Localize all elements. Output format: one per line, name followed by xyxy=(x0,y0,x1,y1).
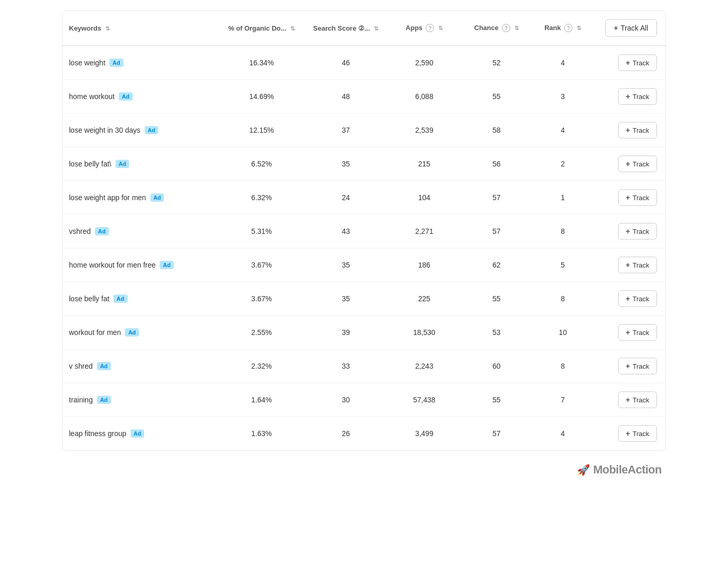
brand-name: MobileAction xyxy=(593,463,662,477)
col-header-organic[interactable]: % of Organic Do... ⇅ xyxy=(219,11,304,46)
col-header-rank[interactable]: Rank ? ⇅ xyxy=(533,11,593,46)
search-score-cell: 37 xyxy=(304,114,388,147)
keyword-text: training xyxy=(69,396,93,404)
search-score-cell: 39 xyxy=(304,316,388,350)
rank-info-icon[interactable]: ? xyxy=(564,24,572,32)
sort-icon-apps[interactable]: ⇅ xyxy=(438,25,443,32)
track-button[interactable]: +Track xyxy=(618,257,657,273)
keyword-text: workout for men xyxy=(69,328,121,337)
search-score-cell: 48 xyxy=(304,80,388,114)
track-cell: +Track xyxy=(593,181,665,215)
organic-cell: 1.63% xyxy=(219,417,304,451)
organic-cell: 16.34% xyxy=(219,46,304,80)
track-label: Track xyxy=(633,59,649,67)
search-score-cell: 30 xyxy=(304,383,388,417)
apps-cell: 215 xyxy=(388,147,460,181)
apps-cell: 18,530 xyxy=(388,316,460,350)
track-button[interactable]: +Track xyxy=(618,223,657,240)
keyword-text: lose weight app for men xyxy=(69,193,146,202)
track-label: Track xyxy=(633,261,649,269)
track-button[interactable]: +Track xyxy=(618,88,657,105)
track-button[interactable]: +Track xyxy=(618,425,657,442)
ad-badge: Ad xyxy=(114,295,128,303)
organic-cell: 2.55% xyxy=(219,316,304,350)
apps-cell: 225 xyxy=(388,282,460,316)
keyword-cell: trainingAd xyxy=(63,383,219,417)
search-score-cell: 46 xyxy=(304,46,388,80)
apps-cell: 104 xyxy=(388,181,460,215)
organic-cell: 14.69% xyxy=(219,80,304,114)
track-button[interactable]: +Track xyxy=(618,392,657,408)
col-header-chance[interactable]: Chance ? ⇅ xyxy=(460,11,533,46)
brand-rocket-icon: 🚀 xyxy=(577,464,590,476)
table-row: lose weightAd16.34%462,590524+Track xyxy=(63,46,665,80)
organic-cell: 5.31% xyxy=(219,215,304,248)
col-header-search[interactable]: Search Score ②... ⇅ xyxy=(304,11,388,46)
keyword-text: home workout for men free xyxy=(69,261,156,269)
rank-label: Rank xyxy=(544,24,563,32)
track-all-button[interactable]: + Track All xyxy=(605,19,657,37)
track-button[interactable]: +Track xyxy=(618,189,657,206)
track-button[interactable]: +Track xyxy=(618,122,657,138)
sort-icon-search[interactable]: ⇅ xyxy=(374,25,379,32)
organic-cell: 12.15% xyxy=(219,114,304,147)
keyword-cell: v shredAd xyxy=(63,350,219,383)
rank-cell: 8 xyxy=(533,350,593,383)
apps-cell: 2,271 xyxy=(388,215,460,248)
apps-info-icon[interactable]: ? xyxy=(426,24,434,32)
plus-icon: + xyxy=(626,362,630,370)
keyword-text: lose weight xyxy=(69,59,105,67)
plus-icon: + xyxy=(626,193,630,202)
apps-cell: 2,243 xyxy=(388,350,460,383)
ad-badge: Ad xyxy=(160,261,174,269)
track-label: Track xyxy=(633,160,649,168)
chance-info-icon[interactable]: ? xyxy=(502,24,510,32)
chance-cell: 56 xyxy=(460,147,533,181)
apps-cell: 186 xyxy=(388,248,460,282)
keyword-cell: leap fitness groupAd xyxy=(63,417,219,451)
chance-cell: 57 xyxy=(460,417,533,451)
keyword-cell: lose belly fat\Ad xyxy=(63,147,219,181)
keyword-cell: home workout for men freeAd xyxy=(63,248,219,282)
table-row: lose weight app for menAd6.32%24104571+T… xyxy=(63,181,665,215)
organic-cell: 3.67% xyxy=(219,282,304,316)
keyword-text: home workout xyxy=(69,92,115,101)
apps-cell: 2,590 xyxy=(388,46,460,80)
track-label: Track xyxy=(633,194,649,202)
track-button[interactable]: +Track xyxy=(618,54,657,71)
track-button[interactable]: +Track xyxy=(618,358,657,374)
chance-cell: 57 xyxy=(460,181,533,215)
organic-cell: 3.67% xyxy=(219,248,304,282)
sort-icon-chance[interactable]: ⇅ xyxy=(514,25,519,32)
track-cell: +Track xyxy=(593,383,665,417)
apps-cell: 6,088 xyxy=(388,80,460,114)
rank-cell: 4 xyxy=(533,417,593,451)
chance-cell: 57 xyxy=(460,215,533,248)
track-cell: +Track xyxy=(593,282,665,316)
col-header-apps[interactable]: Apps ? ⇅ xyxy=(388,11,460,46)
table-row: lose belly fat\Ad6.52%35215562+Track xyxy=(63,147,665,181)
plus-icon: + xyxy=(626,59,630,67)
apps-cell: 57,438 xyxy=(388,383,460,417)
rank-cell: 3 xyxy=(533,80,593,114)
plus-icon: + xyxy=(626,227,630,235)
track-button[interactable]: +Track xyxy=(618,324,657,341)
ad-badge: Ad xyxy=(119,92,133,101)
keyword-cell: lose belly fatAd xyxy=(63,282,219,316)
sort-icon-keywords[interactable]: ⇅ xyxy=(105,25,110,32)
apps-cell: 2,539 xyxy=(388,114,460,147)
table-row: workout for menAd2.55%3918,5305310+Track xyxy=(63,316,665,350)
table-row: lose weight in 30 daysAd12.15%372,539584… xyxy=(63,114,665,147)
track-cell: +Track xyxy=(593,316,665,350)
table-row: leap fitness groupAd1.63%263,499574+Trac… xyxy=(63,417,665,451)
track-button[interactable]: +Track xyxy=(618,290,657,307)
track-button[interactable]: +Track xyxy=(618,156,657,172)
search-score-cell: 33 xyxy=(304,350,388,383)
table-row: home workoutAd14.69%486,088553+Track xyxy=(63,80,665,114)
track-cell: +Track xyxy=(593,80,665,114)
col-header-keywords[interactable]: Keywords ⇅ xyxy=(63,11,219,46)
sort-icon-organic[interactable]: ⇅ xyxy=(290,25,295,32)
chance-cell: 53 xyxy=(460,316,533,350)
track-label: Track xyxy=(633,396,649,404)
sort-icon-rank[interactable]: ⇅ xyxy=(577,25,581,32)
